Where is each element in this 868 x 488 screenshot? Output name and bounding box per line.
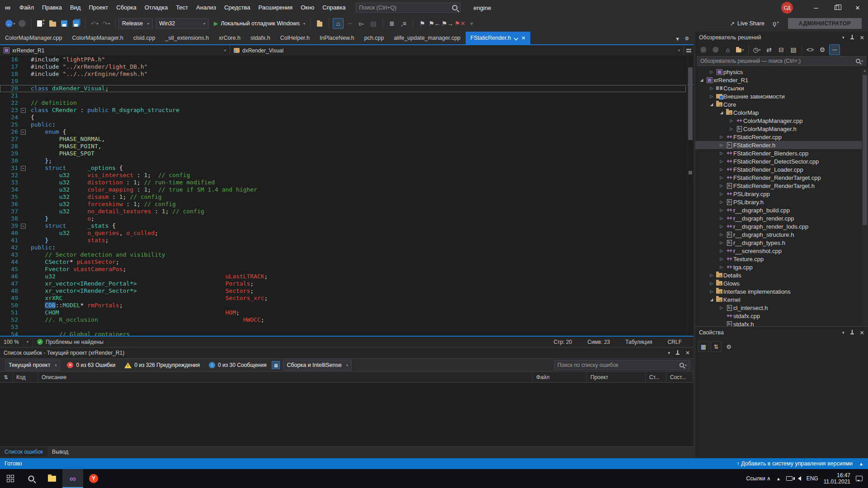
code-line-50[interactable]: 50 CDB::MODEL* rmPortals; xyxy=(0,302,687,309)
expand-icon[interactable]: ▷ xyxy=(728,118,735,123)
expand-icon[interactable]: ▷ xyxy=(718,192,725,196)
breadcrumb-type-dropdown[interactable]: dxRender_Visual ▾ xyxy=(230,45,684,56)
window-position-icon[interactable]: ▾ xyxy=(668,351,670,355)
tree-item-Glows[interactable]: ▷Glows xyxy=(695,279,868,287)
tree-item-Texture.cpp[interactable]: ▷++Texture.cpp xyxy=(695,255,868,263)
code-line-27[interactable]: 27 PHASE_NORMAL, xyxy=(0,136,687,143)
solution-search-input[interactable]: Обозреватель решений — поиск (Ctrl+;) ▾ xyxy=(697,56,866,66)
tree-item-PSLibrary.cpp[interactable]: ▷++PSLibrary.cpp xyxy=(695,190,868,198)
configuration-combo[interactable]: Release▾ xyxy=(118,18,153,29)
code-line-19[interactable]: 19 xyxy=(0,78,687,85)
expand-icon[interactable]: ▷ xyxy=(718,257,725,261)
tree-item-r__dsgraph_render_lods.cpp[interactable]: ▷++r__dsgraph_render_lods.cpp xyxy=(695,222,868,230)
undo-button[interactable]: ↶▾ xyxy=(89,18,100,29)
tree-item-FStaticRender.cpp[interactable]: ▷++FStaticRender.cpp xyxy=(695,133,868,141)
tree-item-ColorMap[interactable]: ◢ColorMap xyxy=(695,108,868,117)
expand-icon[interactable]: ▷ xyxy=(708,289,715,294)
previous-bookmark-button[interactable]: ⚑← xyxy=(429,18,441,29)
expand-icon[interactable]: ▷ xyxy=(718,200,725,204)
links-toolbar[interactable]: Ссылки ∧ xyxy=(746,475,771,482)
split-window-button[interactable] xyxy=(684,45,693,56)
tree-item-FStaticRender_Blenders.cpp[interactable]: ▷++FStaticRender_Blenders.cpp xyxy=(695,149,868,157)
code-line-31[interactable]: 31− struct _options { xyxy=(0,164,687,172)
code-editor[interactable]: 16#include "lightPPA.h"17#include "../xr… xyxy=(0,56,693,336)
properties-window-button[interactable]: ▤ xyxy=(368,18,379,29)
code-line-47[interactable]: 47 xr_vector<IRender_Portal*> Portals; xyxy=(0,280,687,287)
document-tab-clsid.cpp[interactable]: clsid.cpp xyxy=(128,32,160,44)
tree-item-FStaticRender_Loader.cpp[interactable]: ▷++FStaticRender_Loader.cpp xyxy=(695,165,868,174)
hidden-icons-button[interactable]: ▲ xyxy=(776,476,781,481)
code-line-52[interactable]: 52 //. R_occlusion HWOCC; xyxy=(0,316,687,324)
code-line-20[interactable]: 20class dxRender_Visual; xyxy=(0,85,686,92)
tree-item-Ссылки[interactable]: ▷Ссылки xyxy=(695,84,868,92)
window-position-icon[interactable]: ▾ xyxy=(842,330,844,335)
menu-item-отладка[interactable]: Отладка xyxy=(141,0,172,15)
restore-button[interactable] xyxy=(826,0,847,15)
solution-explorer-toolbar-button[interactable]: ⌂ xyxy=(333,18,344,29)
document-tab-ColHelper.h[interactable]: ColHelper.h xyxy=(275,32,315,44)
user-avatar[interactable]: СД xyxy=(781,2,793,14)
tree-item-stdafx.cpp[interactable]: ++stdafx.cpp xyxy=(695,312,868,320)
messages-filter-button[interactable]: i0 из 30 Сообщения xyxy=(205,360,270,370)
document-tab-InPlaceNew.h[interactable]: InPlaceNew.h xyxy=(315,32,359,44)
clear-bookmarks-button[interactable]: ⚑✕ xyxy=(454,18,465,29)
keyboard-language-indicator[interactable]: ENG xyxy=(807,475,818,482)
expand-icon[interactable]: ▷ xyxy=(718,167,725,172)
close-icon[interactable]: ✕ xyxy=(860,34,864,41)
zoom-level-combo[interactable]: 100 % ▾ xyxy=(0,337,33,347)
expand-icon[interactable]: ▷ xyxy=(718,143,725,147)
panel-tab-Вывод[interactable]: Вывод xyxy=(47,447,73,457)
code-line-44[interactable]: 44 CSector* pLastSector; xyxy=(0,258,687,266)
document-tab-ColorMapManager.cpp[interactable]: ColorMapManager.cpp xyxy=(0,32,67,44)
menu-item-вид[interactable]: Вид xyxy=(66,0,85,15)
show-all-files-button[interactable]: ▤ xyxy=(788,44,799,55)
taskbar-search-button[interactable] xyxy=(21,469,42,488)
expand-icon[interactable]: ▷ xyxy=(708,273,715,277)
filter-button[interactable]: ▦ xyxy=(272,361,280,369)
code-line-34[interactable]: 34 u32 color_mapping : 1; // true if SM … xyxy=(0,186,687,193)
pin-icon[interactable] xyxy=(850,330,854,335)
chevron-down-icon[interactable]: ▾ xyxy=(108,22,110,26)
menu-item-окно[interactable]: Окно xyxy=(297,0,318,15)
tree-item-Kernel[interactable]: ◢Kernel xyxy=(695,296,868,304)
pin-icon[interactable] xyxy=(675,350,680,356)
tree-item-stdafx.h[interactable]: hstdafx.h xyxy=(695,320,868,326)
live-share-button[interactable]: ↗ Live Share xyxy=(730,20,764,27)
minimize-tool-button[interactable]: ─ xyxy=(344,18,355,29)
select-pointer-button[interactable]: ▻ xyxy=(356,18,367,29)
tree-item-xrRender_R1[interactable]: ◢xrRender_R1 xyxy=(695,76,868,84)
code-line-41[interactable]: 41 } stats; xyxy=(0,237,687,244)
comment-button[interactable]: ⹁≡ xyxy=(398,18,409,29)
menu-item-справка[interactable]: Справка xyxy=(318,0,349,15)
expand-icon[interactable]: ▷ xyxy=(718,232,725,237)
code-line-29[interactable]: 29 PHASE_SPOT xyxy=(0,150,687,157)
menu-item-расширения[interactable]: Расширения xyxy=(255,0,297,15)
close-icon[interactable]: ✕ xyxy=(860,329,864,336)
expand-icon[interactable]: ▷ xyxy=(718,208,725,212)
error-source-combo[interactable]: Сборка и IntelliSense▾ xyxy=(283,360,351,371)
toggle-pinned-status-icon[interactable]: ▼ xyxy=(675,36,680,42)
indent-button[interactable]: ≣ xyxy=(387,18,397,29)
chevron-down-icon[interactable]: ▾ xyxy=(861,59,863,63)
code-line-46[interactable]: 46 u32 uLastLTRACK; xyxy=(0,273,687,280)
indent-mode-indicator[interactable]: Табуляция xyxy=(625,339,652,345)
search-icon[interactable] xyxy=(452,5,458,10)
navigate-forward-button[interactable]: → xyxy=(17,18,28,29)
tree-item-cl_intersect.h[interactable]: ▷hcl_intersect.h xyxy=(695,304,868,312)
yandex-browser-button[interactable]: Y xyxy=(83,469,104,488)
tab-options-icon[interactable]: ⚙ xyxy=(684,36,689,42)
tree-forward-button[interactable]: → xyxy=(710,44,721,55)
panel-tab-Список ошибок[interactable]: Список ошибок xyxy=(0,447,47,457)
code-line-35[interactable]: 35 u32 disasm : 1; // config xyxy=(0,193,687,201)
preview-selected-items-button[interactable]: ─ xyxy=(829,44,840,55)
collapse-icon[interactable]: ◢ xyxy=(718,110,725,115)
column-header-Описание[interactable]: Описание xyxy=(38,372,533,382)
tree-item-r__screenshot.cpp[interactable]: ▷++r__screenshot.cpp xyxy=(695,247,868,255)
code-line-25[interactable]: 25public: xyxy=(0,121,687,128)
document-tab-xrCore.h[interactable]: xrCore.h xyxy=(214,32,245,44)
expand-icon[interactable]: ▷ xyxy=(718,175,725,180)
code-text-area[interactable]: 16#include "lightPPA.h"17#include "../xr… xyxy=(0,56,687,336)
window-position-icon[interactable]: ▾ xyxy=(842,35,844,40)
column-header-Сост[interactable]: Сост... xyxy=(666,372,693,382)
feedback-button[interactable]: ϙ⁺ xyxy=(771,18,782,29)
